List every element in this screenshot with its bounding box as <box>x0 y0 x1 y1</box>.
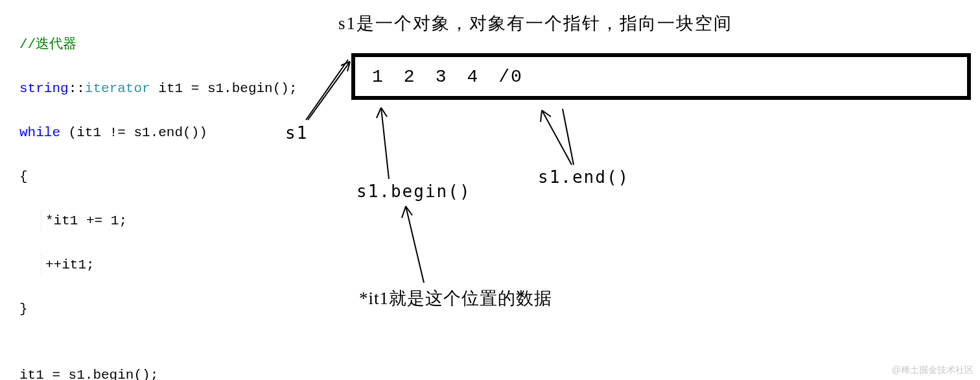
code-keyword: string <box>19 81 69 96</box>
code-line: ++it1; <box>19 254 298 276</box>
code-line: string::iterator it1 = s1.begin(); <box>19 78 298 100</box>
diagram-area: s1是一个对象，对象有一个指针，指向一块空间 1 2 3 4 /0 s1 s1.… <box>279 0 979 380</box>
code-line: while (it1 != s1.end()) <box>19 122 298 144</box>
watermark: @稀土掘金技术社区 <box>892 364 974 376</box>
memory-cell: 1 <box>372 67 384 87</box>
code-text: :: <box>69 81 85 96</box>
memory-box: 1 2 3 4 /0 <box>351 53 971 100</box>
code-keyword: while <box>19 125 60 140</box>
label-s1: s1 <box>285 123 308 143</box>
code-comment: //迭代器 <box>19 37 76 52</box>
diagram-caption: s1是一个对象，对象有一个指针，指向一块空间 <box>338 12 732 35</box>
memory-cell: 2 <box>404 67 416 87</box>
memory-cell: 4 <box>467 67 479 87</box>
code-text: it1 = s1.begin(); <box>150 81 298 96</box>
code-text: ++it1; <box>45 257 95 272</box>
code-line: } <box>19 298 298 320</box>
label-begin: s1.begin() <box>356 182 471 201</box>
memory-cell: /0 <box>498 67 523 87</box>
code-block: //迭代器 string::iterator it1 = s1.begin();… <box>19 12 298 380</box>
code-type: iterator <box>85 81 150 96</box>
code-line: { <box>19 166 298 188</box>
code-text: *it1 += 1; <box>45 213 127 228</box>
memory-cell: 3 <box>436 67 448 87</box>
label-it1-desc: *it1就是这个位置的数据 <box>359 287 552 310</box>
code-text: (it1 != s1.end()) <box>60 125 207 140</box>
code-line: //迭代器 <box>19 34 298 56</box>
code-line: it1 = s1.begin(); <box>19 364 298 380</box>
code-line: *it1 += 1; <box>19 210 298 232</box>
label-end: s1.end() <box>538 167 629 187</box>
